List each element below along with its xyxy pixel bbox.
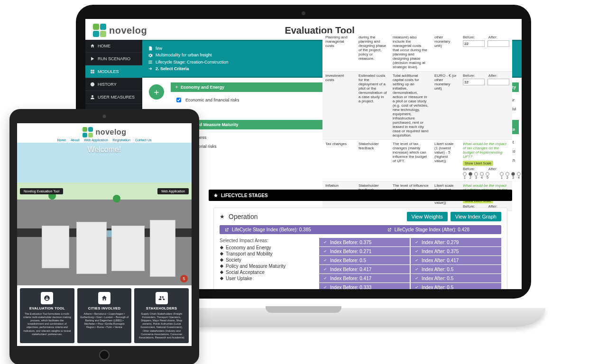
criteria-header-economy[interactable]: Economy and Energy: [171, 82, 330, 92]
table-cell: Estimated costs for the deployment of a …: [356, 72, 390, 139]
sidebar-item-run-scenario[interactable]: RUN SCENARIO: [85, 53, 142, 65]
nav-link[interactable]: About: [71, 138, 79, 142]
detail-table: Planning and managerial costs during the…: [322, 33, 512, 211]
brand-logo: novelog: [83, 127, 127, 137]
crumb-text: 2. Select Criteria: [156, 65, 189, 72]
show-likert-button[interactable]: Show Likert Scale: [463, 161, 493, 166]
file-icon: [148, 46, 153, 51]
grid-icon: [90, 69, 95, 74]
card-title: CITIES INVOLVED: [80, 306, 129, 310]
table-cell: Stakeholder feedback: [356, 140, 390, 181]
sidebar-item-home[interactable]: HOME: [85, 40, 142, 53]
index-row: Index Before: 0.375Index After: 0.279: [319, 238, 501, 246]
card-icon: [156, 292, 168, 304]
nav-link[interactable]: Registration: [113, 138, 130, 142]
info-card[interactable]: CITIES INVOLVEDAthens • Barcelona • Cope…: [77, 288, 132, 343]
after-input[interactable]: [487, 40, 509, 47]
info-cards: EVALUATION TOOLThe Evaluation Tool formu…: [17, 285, 192, 346]
impact-areas-list: Economy and EnergyTransport and Mobility…: [220, 245, 314, 281]
card-body: Athens • Barcelona • Copenhagen • Gothen…: [80, 312, 129, 329]
index-after-cell: Index After: 0.375: [411, 247, 501, 255]
after-input[interactable]: [487, 79, 509, 85]
impact-area-item: User Uptake: [220, 276, 314, 281]
check-icon: [323, 240, 327, 245]
sidebar-item-label: RUN SCENARIO: [98, 56, 130, 61]
info-card[interactable]: STAKEHOLDERSSupply Chain Stakeholders (F…: [134, 288, 189, 343]
card-title: EVALUATION TOOL: [23, 306, 72, 310]
check-icon: [414, 249, 419, 254]
impact-area-item: Society: [220, 257, 314, 263]
card-title: STAKEHOLDERS: [137, 306, 186, 310]
tablet-screen: novelog HomeAboutWeb ApplicationRegistra…: [17, 123, 192, 346]
index-row: Index Before: 0.417Index After: 0.5: [319, 274, 501, 282]
check-icon: [323, 249, 327, 254]
index-after-cell: Index After: 0.5: [411, 274, 501, 282]
diamond-icon: [220, 258, 224, 262]
nav-link[interactable]: Web Application: [84, 138, 108, 142]
home-button[interactable]: [99, 350, 110, 360]
diamond-icon: [220, 246, 224, 250]
impact-area-item: Social Acceptance: [220, 270, 314, 275]
fab-button[interactable]: ＋: [149, 84, 164, 100]
table-cell: during the planning and designing phase …: [356, 33, 390, 71]
check-icon: [414, 276, 419, 281]
plus-icon: [175, 85, 179, 89]
index-row: Index Before: 0.417Index After: 0.5: [319, 265, 501, 273]
hero-pill-right[interactable]: Web Application: [157, 188, 189, 194]
index-before-cell: Index Before: 0.375: [319, 238, 411, 246]
sidebar-item-user-measures[interactable]: USER MEASURES: [85, 91, 142, 104]
before-input[interactable]: [463, 40, 485, 47]
list-icon: [148, 60, 153, 64]
camera-dot: [103, 115, 106, 118]
diamond-icon: [220, 252, 224, 256]
sidebar-item-label: MODULES: [98, 69, 119, 74]
before-label: Before:: [463, 35, 475, 39]
before-label: Before:: [463, 167, 475, 171]
index-before-cell: Index Before: 0.271: [319, 247, 411, 255]
lifecycle-index-bar: LifeCycle Stage Index (Before): 0.385 Li…: [220, 225, 501, 234]
hero-pill-left[interactable]: Novelog Evaluation Tool: [20, 188, 63, 194]
index-after-cell: Index After: 0.417: [411, 256, 501, 264]
index-row: Index Before: 0.5Index After: 0.417: [319, 256, 501, 264]
view-weights-button[interactable]: View Weights: [407, 212, 448, 221]
brand-name: novelog: [96, 128, 127, 136]
card-icon: [41, 292, 53, 304]
clock-icon: [90, 82, 95, 87]
table-cell: other monetary unit): [432, 33, 460, 71]
gear-icon: [148, 53, 153, 58]
impact-area-item: Economy and Energy: [220, 245, 314, 250]
notification-badge: 5: [180, 275, 188, 282]
sidebar-item-history[interactable]: HISTORY: [85, 78, 142, 91]
check-icon: [414, 240, 419, 245]
table-cell: measure) also include the managerial cos…: [390, 33, 432, 71]
criteria-checkbox[interactable]: Economic and financial risks: [175, 96, 326, 104]
star-icon: ★: [220, 213, 225, 220]
check-icon: [323, 267, 327, 272]
logo-mark-icon: [83, 127, 93, 137]
view-index-graph-button[interactable]: View Index Graph: [451, 212, 501, 221]
sidebar-item-modules[interactable]: MODULES: [85, 65, 142, 78]
external-link-icon: [224, 228, 229, 232]
table-cell: The level of tax changes (mainly increas…: [390, 140, 432, 181]
index-row: Index Before: 0.333Index After: 0.5: [319, 283, 501, 289]
flag-after: LifeCycle Stage Index (After): 0.428: [395, 227, 469, 232]
nav-link[interactable]: Home: [57, 138, 66, 142]
index-after-cell: Index After: 0.5: [411, 283, 501, 289]
likert-after-radios[interactable]: [500, 172, 522, 176]
tablet-nav: HomeAboutWeb ApplicationRegistrationCont…: [57, 138, 151, 142]
table-cell: Investment costs: [322, 72, 356, 139]
check-icon: [323, 258, 327, 263]
likert-before-radios[interactable]: [463, 172, 489, 176]
table-cell: Planning and managerial costs: [322, 33, 356, 71]
index-after-cell: Index After: 0.5: [411, 265, 501, 273]
nav-link[interactable]: Contact Us: [135, 138, 152, 142]
diamond-icon: [220, 264, 224, 268]
info-card[interactable]: EVALUATION TOOLThe Evaluation Tool formu…: [20, 288, 74, 343]
index-row: Index Before: 0.271Index After: 0.375: [319, 247, 501, 255]
before-input[interactable]: [463, 79, 485, 85]
external-link-icon: [387, 228, 392, 232]
operation-panel: ★ Operation View Weights View Index Grap…: [213, 208, 507, 289]
card-body: Supply Chain Stakeholders (Freight Forwa…: [137, 312, 186, 339]
check-icon: [414, 285, 419, 290]
impact-area-item: Policy and Measure Maturity: [220, 264, 314, 269]
